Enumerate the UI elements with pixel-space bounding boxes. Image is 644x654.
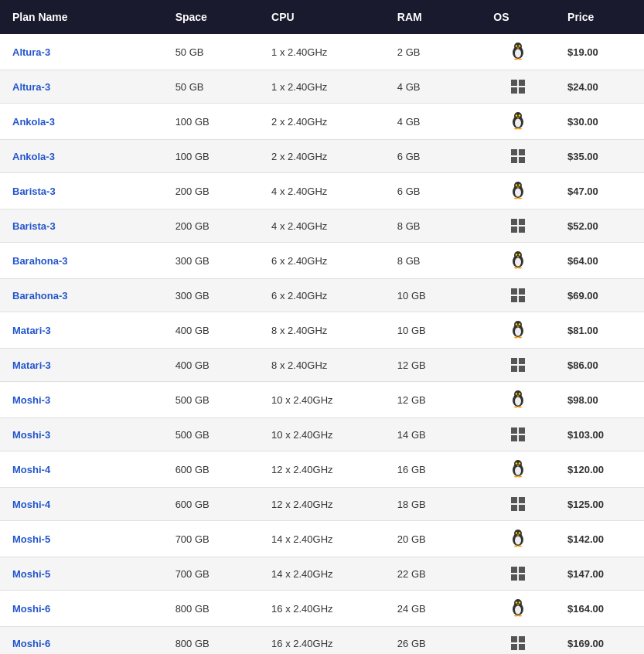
- cell-plan: Moshi-6: [0, 591, 163, 627]
- svg-point-103: [515, 606, 521, 615]
- cell-space: 700 GB: [163, 557, 259, 591]
- svg-point-62: [516, 393, 517, 394]
- cell-os: [481, 521, 555, 557]
- plan-link[interactable]: Moshi-3: [12, 429, 50, 441]
- svg-point-87: [519, 532, 520, 533]
- cell-cpu: 14 x 2.40GHz: [259, 521, 385, 557]
- svg-rect-35: [519, 227, 525, 233]
- cell-price: $125.00: [555, 488, 644, 521]
- svg-rect-33: [519, 219, 525, 225]
- table-row: Altura-350 GB1 x 2.40GHz4 GB $24.00: [0, 70, 644, 104]
- cell-cpu: 4 x 2.40GHz: [259, 173, 385, 209]
- svg-rect-56: [511, 358, 517, 364]
- table-row: Matari-3400 GB8 x 2.40GHz10 GB $81.00: [0, 312, 644, 349]
- svg-rect-69: [519, 427, 525, 434]
- linux-icon: [509, 393, 526, 404]
- svg-point-43: [515, 258, 521, 267]
- plan-link[interactable]: Barista-3: [12, 220, 56, 232]
- plan-link[interactable]: Barista-3: [12, 186, 56, 197]
- svg-rect-21: [519, 149, 525, 155]
- plan-link[interactable]: Barahona-3: [12, 290, 68, 301]
- cell-space: 400 GB: [163, 312, 259, 349]
- svg-point-100: [517, 604, 520, 605]
- table-row: Barahona-3300 GB6 x 2.40GHz8 GB $64.00: [0, 243, 644, 279]
- svg-point-101: [514, 615, 518, 617]
- plan-link[interactable]: Moshi-5: [12, 568, 50, 580]
- cell-price: $30.00: [555, 104, 644, 140]
- table-row: Barahona-3300 GB6 x 2.40GHz10 GB $69.00: [0, 279, 644, 312]
- svg-point-86: [516, 532, 517, 533]
- plan-link[interactable]: Moshi-4: [12, 464, 50, 475]
- cell-os: [481, 173, 555, 209]
- cell-space: 400 GB: [163, 349, 259, 382]
- plan-link[interactable]: Ankola-3: [12, 151, 55, 162]
- cell-space: 800 GB: [163, 627, 259, 655]
- svg-point-67: [515, 397, 521, 406]
- plan-link[interactable]: Barahona-3: [12, 255, 68, 267]
- header-space: Space: [163, 0, 259, 34]
- cell-cpu: 2 x 2.40GHz: [259, 104, 385, 140]
- cell-os: [481, 349, 555, 382]
- table-row: Moshi-3500 GB10 x 2.40GHz12 GB $98.00: [0, 382, 644, 418]
- cell-ram: 24 GB: [385, 591, 481, 627]
- cell-os: [481, 488, 555, 521]
- cell-os: [481, 70, 555, 104]
- windows-icon: [510, 358, 526, 370]
- svg-rect-45: [519, 288, 525, 295]
- plan-link[interactable]: Moshi-6: [12, 638, 50, 649]
- svg-point-19: [515, 119, 521, 128]
- plan-link[interactable]: Altura-3: [12, 46, 50, 58]
- cell-space: 600 GB: [163, 451, 259, 488]
- svg-rect-94: [511, 574, 517, 581]
- plan-link[interactable]: Moshi-6: [12, 603, 50, 615]
- cell-plan: Altura-3: [0, 70, 163, 104]
- windows-icon: [510, 497, 526, 509]
- cell-plan: Moshi-5: [0, 521, 163, 557]
- cell-cpu: 1 x 2.40GHz: [259, 34, 385, 70]
- svg-rect-92: [511, 567, 517, 573]
- cell-plan: Matari-3: [0, 312, 163, 349]
- svg-point-38: [516, 254, 517, 255]
- svg-point-39: [519, 254, 520, 255]
- cell-plan: Barista-3: [0, 209, 163, 243]
- header-cpu: CPU: [259, 0, 385, 34]
- cell-price: $47.00: [555, 173, 644, 209]
- plan-link[interactable]: Matari-3: [12, 359, 51, 371]
- linux-icon: [509, 254, 526, 265]
- svg-point-55: [515, 328, 521, 336]
- plan-link[interactable]: Matari-3: [12, 325, 51, 336]
- plan-link[interactable]: Moshi-3: [12, 394, 50, 406]
- plan-link[interactable]: Ankola-3: [12, 116, 55, 128]
- cell-space: 100 GB: [163, 140, 259, 173]
- table-body: Altura-350 GB1 x 2.40GHz2 GB $19.00Altur…: [0, 34, 644, 654]
- svg-point-5: [514, 59, 518, 60]
- cell-ram: 10 GB: [385, 312, 481, 349]
- windows-icon: [510, 80, 526, 91]
- svg-point-29: [514, 198, 518, 199]
- windows-icon: [510, 288, 526, 300]
- cell-ram: 4 GB: [385, 104, 481, 140]
- svg-point-16: [517, 117, 520, 118]
- svg-rect-70: [511, 435, 517, 441]
- cell-ram: 20 GB: [385, 521, 481, 557]
- svg-point-91: [515, 536, 521, 545]
- linux-icon: [509, 532, 526, 543]
- plan-link[interactable]: Moshi-5: [12, 533, 50, 545]
- cell-cpu: 10 x 2.40GHz: [259, 382, 385, 418]
- svg-point-98: [516, 601, 517, 603]
- svg-rect-68: [511, 427, 517, 434]
- svg-rect-46: [511, 296, 517, 302]
- svg-point-75: [519, 462, 520, 464]
- cell-plan: Ankola-3: [0, 140, 163, 173]
- linux-icon: [509, 462, 526, 474]
- plan-link[interactable]: Altura-3: [12, 81, 50, 93]
- plan-link[interactable]: Moshi-4: [12, 499, 50, 510]
- cell-price: $24.00: [555, 70, 644, 104]
- cell-price: $98.00: [555, 382, 644, 418]
- svg-rect-80: [511, 497, 517, 503]
- cell-plan: Barista-3: [0, 173, 163, 209]
- cell-price: $52.00: [555, 209, 644, 243]
- cell-ram: 26 GB: [385, 627, 481, 655]
- cell-space: 300 GB: [163, 243, 259, 279]
- cell-price: $19.00: [555, 34, 644, 70]
